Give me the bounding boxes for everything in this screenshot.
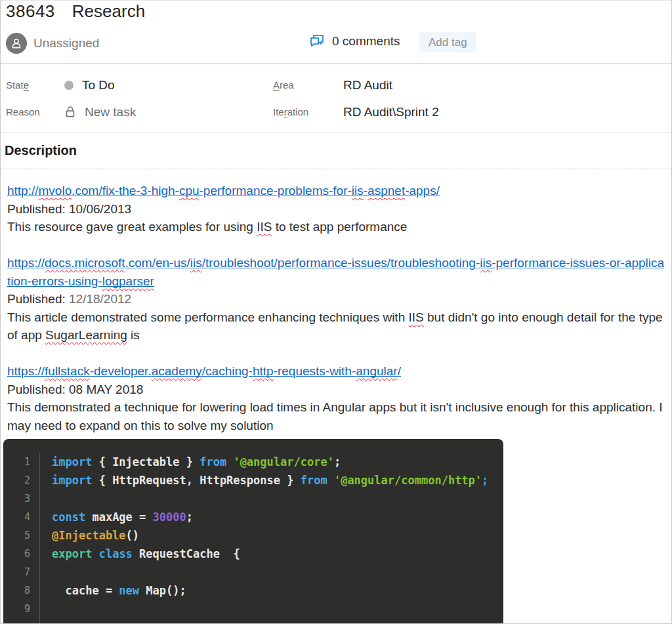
area-field: Area RD Audit — [273, 72, 671, 98]
code-line: export class RequestCache { — [52, 545, 503, 563]
reason-value[interactable]: New task — [64, 105, 136, 119]
state-field: State To Do — [6, 72, 273, 98]
code-lines: import { Injectable } from '@angular/cor… — [40, 453, 503, 624]
iteration-label: Iteration — [273, 106, 343, 117]
state-label: State — [6, 79, 64, 91]
code-line: cache = new Map(); — [52, 581, 503, 600]
line-number: 6 — [3, 545, 30, 563]
line-number: 9 — [3, 600, 30, 618]
hyperlink[interactable]: https://fullstack-developer.academy/cach… — [7, 364, 401, 378]
iteration-value[interactable]: RD Audit\Sprint 2 — [343, 105, 439, 119]
reason-label: Reason — [6, 106, 64, 117]
description-link: https://fullstack-developer.academy/cach… — [7, 362, 666, 381]
code-line: import { Injectable } from '@angular/cor… — [52, 453, 503, 471]
description-text: Published: 10/06/2013 — [7, 200, 666, 218]
comments-button[interactable]: 0 comments — [309, 34, 400, 49]
description-text: This article demonstrated some performan… — [7, 308, 666, 344]
line-number: 2 — [3, 471, 30, 489]
code-line: import { HttpRequest, HttpResponse } fro… — [52, 471, 503, 489]
description-link: http://mvolo.com/fix-the-3-high-cpu-perf… — [7, 182, 666, 200]
work-item-title-row: 38643 Research — [6, 0, 671, 25]
description-text: This demonstrated a technique for loweri… — [7, 398, 666, 434]
fields-column-left: State To Do Reason New task — [1, 72, 273, 125]
iteration-field: Iteration RD Audit\Sprint 2 — [273, 98, 671, 125]
code-line-numbers: 123456789 — [3, 453, 40, 624]
lock-icon — [64, 106, 76, 118]
comments-icon — [309, 34, 325, 49]
work-item-title[interactable]: Research — [72, 1, 145, 22]
description-field[interactable]: http://mvolo.com/fix-the-3-high-cpu-perf… — [1, 169, 671, 434]
description-spacer — [7, 236, 666, 255]
hyperlink[interactable]: http://mvolo.com/fix-the-3-high-cpu-perf… — [7, 184, 440, 198]
meta-row: Unassigned 0 comments Add tag — [6, 30, 671, 56]
code-line — [52, 489, 503, 508]
state-dot-icon — [64, 81, 74, 90]
description-spacer — [7, 344, 666, 363]
area-value[interactable]: RD Audit — [343, 78, 392, 93]
code-snippet: 123456789 import { Injectable } from '@a… — [3, 439, 503, 624]
reason-field: Reason New task — [6, 98, 273, 125]
avatar — [6, 33, 27, 54]
line-number: 7 — [3, 563, 30, 581]
line-number: 1 — [3, 453, 30, 471]
add-tag-button[interactable]: Add tag — [419, 32, 476, 52]
work-item-id: 38643 — [6, 1, 55, 22]
code-line: const maxAge = 30000; — [52, 508, 503, 526]
fields-column-right: Area RD Audit Iteration RD Audit\Sprint … — [273, 72, 671, 125]
code-line — [52, 563, 503, 581]
line-number: 5 — [3, 526, 30, 545]
description-link: https://docs.microsoft.com/en-us/iis/tro… — [7, 254, 666, 290]
state-value[interactable]: To Do — [64, 78, 115, 93]
assignee-picker[interactable]: Unassigned — [6, 33, 99, 54]
code-line: @Injectable() — [52, 526, 503, 545]
hyperlink[interactable]: https://docs.microsoft.com/en-us/iis/tro… — [7, 256, 664, 288]
code-line — [52, 600, 503, 618]
description-text: Published: 08 MAY 2018 — [7, 381, 666, 399]
area-label: Area — [273, 79, 343, 91]
line-number: 4 — [3, 508, 30, 526]
fields-section: State To Do Reason New task Are — [1, 64, 671, 133]
description-heading: Description — [5, 143, 671, 158]
description-text: Published: 12/18/2012 — [7, 290, 666, 308]
line-number: 3 — [3, 489, 30, 508]
work-item-form: 38643 Research Unassigned 0 comments Add… — [0, 0, 672, 624]
assignee-label: Unassigned — [33, 36, 99, 51]
description-text: This resource gave great examples for us… — [7, 218, 666, 236]
comments-count: 0 comments — [332, 34, 400, 49]
line-number: 8 — [3, 581, 30, 600]
person-icon — [10, 37, 23, 50]
